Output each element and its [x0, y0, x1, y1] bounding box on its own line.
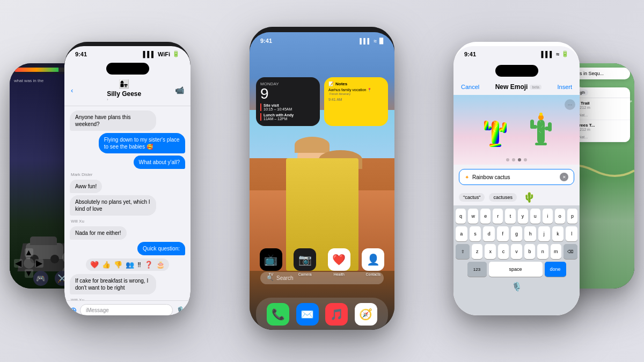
calendar-widget[interactable]: MONDAY 9 Site visit 10:15 – 10:45AM Lunc… [256, 77, 320, 126]
msg-text-2: Flying down to my sister's place to see … [104, 137, 180, 150]
message-input-field[interactable]: iMessage [80, 304, 173, 315]
keyboard: q w e r t y u i o p a s d f g h j k [453, 205, 580, 315]
dpad-down[interactable]: ▼ [25, 269, 33, 278]
tapback-thumbdown[interactable]: 👎 [114, 261, 122, 269]
key-c[interactable]: c [498, 244, 509, 259]
dock-compass[interactable]: 🧭 [355, 303, 377, 326]
emoji-search-bar[interactable]: ✦ Rainbow cactus ✕ [459, 169, 574, 185]
message-placeholder: iMessage [86, 307, 109, 313]
back-button[interactable]: ‹ [71, 86, 73, 94]
key-l[interactable]: l [566, 226, 577, 241]
mail-app-icon[interactable]: ✉️ [296, 303, 319, 326]
dpad-right[interactable]: ▶ [35, 259, 43, 268]
key-u[interactable]: u [530, 209, 540, 224]
key-delete[interactable]: ⌫ [564, 244, 577, 259]
status-icons: ▌▌▌ WiFi 🔋 [143, 50, 180, 57]
more-options-button[interactable]: ··· [565, 99, 575, 110]
contact-avatar: 👩‍👧 [119, 79, 129, 89]
tapback-heart[interactable]: ❤️ [90, 261, 99, 269]
emoji-search-clear[interactable]: ✕ [560, 173, 568, 181]
health-app-icon[interactable]: ❤️ [328, 248, 350, 271]
tapback-exclaim[interactable]: ‼️ [137, 261, 141, 269]
key-m[interactable]: m [551, 244, 561, 259]
emoji-dynamic-island-area [453, 60, 580, 78]
key-n[interactable]: n [537, 244, 548, 259]
contacts-app-icon[interactable]: 👤 [362, 248, 384, 271]
key-q[interactable]: q [456, 209, 466, 224]
emoji-time: 9:41 [464, 51, 476, 57]
key-d[interactable]: d [483, 226, 495, 241]
wallpaper-photo [250, 110, 394, 271]
contacts-icon: 👤 [367, 253, 380, 266]
regular-cactus-container [525, 109, 557, 151]
messages-input-bar: ⊕ iMessage 🎙️ [64, 300, 191, 315]
notes-widget[interactable]: 📝 Notes Aarhus family vocation 📍 Finish … [324, 77, 388, 126]
tapback-thumbup[interactable]: 👍 [102, 261, 111, 269]
dpad-up[interactable]: ▲ [25, 248, 33, 257]
emoji-signal: ▌▌▌ [541, 51, 554, 57]
page-dots [506, 158, 527, 161]
emoji-dynamic-island [495, 65, 538, 77]
voice-input-button[interactable]: 🎙️ [176, 306, 185, 315]
tapback-question[interactable]: ❓ [144, 261, 153, 269]
microphone-icon[interactable]: 🎙️ [511, 282, 522, 292]
camera-app-icon[interactable]: 📷 [294, 248, 316, 271]
messages-time: 9:41 [75, 51, 87, 57]
svg-rect-14 [535, 143, 547, 145]
key-a[interactable]: a [456, 226, 467, 241]
game-icon-1[interactable]: 🎮 [33, 271, 48, 286]
key-z[interactable]: z [472, 244, 482, 259]
key-space[interactable]: space [489, 262, 543, 277]
tv-app-icon[interactable]: 📺 [260, 248, 282, 271]
emoji-status-icons: ▌▌▌ ≈ 🔋 [541, 50, 569, 57]
dock-music[interactable]: 🎵 [325, 303, 348, 326]
emoji-cancel-button[interactable]: Cancel [461, 84, 479, 90]
tapback-bar[interactable]: ❤️ 👍 👎 👥 ‼️ ❓ 🎂 [86, 258, 169, 271]
emoji-insert-button[interactable]: Insert [557, 84, 572, 90]
key-w[interactable]: w [468, 209, 478, 224]
video-call-button[interactable]: 📹 [175, 86, 184, 94]
key-o[interactable]: o [555, 209, 565, 224]
music-app-icon[interactable]: 🎵 [325, 303, 348, 326]
key-i[interactable]: i [543, 209, 553, 224]
compass-app-icon[interactable]: 🧭 [355, 303, 377, 326]
key-g[interactable]: g [511, 226, 523, 241]
suggestion-2[interactable]: cactuses [489, 193, 517, 202]
search-icon: 🔍 [267, 275, 273, 281]
tapback-haha[interactable]: 👥 [126, 261, 134, 269]
key-v[interactable]: v [511, 244, 522, 259]
key-t[interactable]: t [505, 209, 515, 224]
add-attachment-button[interactable]: ⊕ [70, 305, 77, 315]
phone-app-icon[interactable]: 📞 [267, 303, 289, 326]
key-r[interactable]: r [493, 209, 503, 224]
key-s[interactable]: s [470, 226, 481, 241]
key-p[interactable]: p [567, 209, 577, 224]
keyboard-row-2: a s d f g h j k l [456, 226, 577, 241]
phone-messages: 9:41 ▌▌▌ WiFi 🔋 ‹ 👩‍👧 Silly Geese › [64, 42, 191, 315]
key-e[interactable]: e [480, 209, 491, 224]
msg-4: Aww fun! [70, 180, 102, 193]
key-f[interactable]: f [497, 226, 509, 241]
home-search-bar[interactable]: 🔍 Search [260, 272, 384, 284]
key-j[interactable]: j [538, 226, 550, 241]
key-b[interactable]: b [524, 244, 535, 259]
dpad-left[interactable]: ◀ [14, 259, 23, 268]
tapback-cake[interactable]: 🎂 [156, 261, 165, 269]
svg-rect-2 [484, 121, 488, 130]
suggestion-emoji[interactable]: 🌵 [523, 191, 535, 203]
key-h[interactable]: h [524, 226, 536, 241]
key-shift[interactable]: ⇧ [456, 244, 470, 259]
key-done[interactable]: done [545, 262, 566, 277]
dock-mail[interactable]: ✉️ [296, 303, 319, 326]
emoji-search-value[interactable]: Rainbow cactus [472, 174, 557, 180]
dock-phone[interactable]: 📞 [267, 303, 289, 326]
key-k[interactable]: k [552, 226, 564, 241]
key-x[interactable]: x [485, 244, 495, 259]
widgets-row: MONDAY 9 Site visit 10:15 – 10:45AM Lunc… [250, 73, 394, 130]
phone-emoji: 9:41 ▌▌▌ ≈ 🔋 Cancel New Emoji beta Inser… [453, 42, 580, 315]
rainbow-cactus-svg [477, 107, 514, 150]
suggestion-1[interactable]: "cactus" [459, 193, 485, 202]
key-y[interactable]: y [518, 209, 528, 224]
key-numbers[interactable]: 123 [467, 262, 487, 277]
msg-text-4: Aww fun! [75, 183, 97, 189]
